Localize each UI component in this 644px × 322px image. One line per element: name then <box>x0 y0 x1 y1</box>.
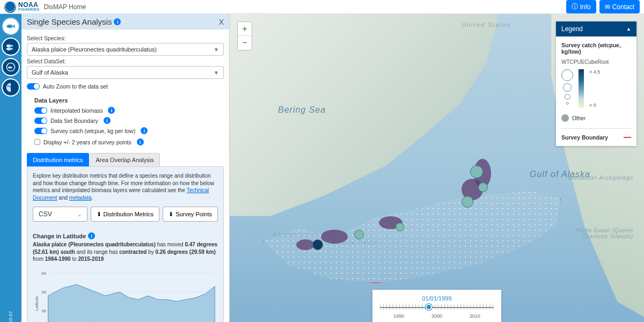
display-pm-checkbox[interactable] <box>34 139 40 145</box>
noaa-logo-icon <box>4 1 16 13</box>
legend-ramp-lo: < 0 <box>589 103 600 108</box>
time-current-date: 01/01/1999 <box>380 295 494 302</box>
legend-subtitle: Survey catch (wtcpue, kg/tow) <box>561 42 631 55</box>
legend-bubble-large <box>561 69 573 81</box>
home-link[interactable]: DisMAP Home <box>44 3 86 11</box>
analysis-rail: Data last modified: 2022-03-07 <box>0 14 21 322</box>
latitude-chart[interactable]: 57585960Latitude 1999 <box>33 267 218 323</box>
legend-bubble-tiny <box>566 102 569 105</box>
catch-bubble <box>462 196 473 208</box>
legend-bubble-small <box>565 94 570 100</box>
legend-boundary: Survey Boundary <box>561 128 631 141</box>
time-slider: 01/01/1999 1990 2000 2010 01/01/1984 ◁ ▷… <box>372 290 501 323</box>
legend: Legend ▲ Survey catch (wtcpue, kg/tow) W… <box>556 21 636 146</box>
info-button[interactable]: ⓘInfo <box>566 0 596 13</box>
layer-survey-toggle[interactable] <box>34 128 47 134</box>
layer-interpolated-toggle[interactable] <box>34 107 47 114</box>
svg-text:58: 58 <box>41 309 46 313</box>
info-icon[interactable]: i <box>88 232 95 239</box>
chart-title: Change in Latitude i <box>33 232 95 239</box>
panel-title: Single Species Analysis <box>27 17 112 26</box>
chevron-down-icon: ▼ <box>214 47 219 53</box>
fish-stack-icon <box>5 41 16 52</box>
autozoom-toggle[interactable] <box>27 83 40 90</box>
species-label: Select Species: <box>27 35 224 41</box>
time-track[interactable] <box>380 304 494 310</box>
metrics-blurb: Explore key distribution metrics that de… <box>33 172 218 201</box>
catch-bubble <box>478 182 488 192</box>
map[interactable]: United States Bering Sea Gulf of Alaska … <box>230 14 644 322</box>
layer-interpolated-label: Interpolated biomass <box>50 107 103 114</box>
info-icon[interactable]: i <box>108 107 115 114</box>
data-layers-title: Data Layers <box>34 97 224 104</box>
info-circle-icon: ⓘ <box>572 2 578 11</box>
download-distribution-button[interactable]: ⬇Distribution Metrics <box>91 207 160 222</box>
time-tick: 1990 <box>393 313 404 319</box>
info-icon[interactable]: i <box>104 117 111 124</box>
zoom-in-button[interactable]: + <box>238 22 252 36</box>
rail-trends[interactable] <box>2 78 20 97</box>
info-icon[interactable]: i <box>141 127 148 134</box>
dataset-label: Select DataSet: <box>27 58 224 64</box>
top-bar: NOAA FISHERIES DisMAP Home ⓘInfo ✉Contac… <box>0 0 644 14</box>
svg-text:Latitude: Latitude <box>34 296 39 310</box>
download-icon: ⬇ <box>97 211 101 218</box>
legend-bubble-med <box>563 83 572 92</box>
wave-half-icon <box>5 82 16 93</box>
data-modified-label: Data last modified: 2022-03-07 <box>8 311 13 322</box>
legend-ramp-hi: > 4.5 <box>589 69 600 75</box>
metadata-link[interactable]: metadata <box>69 195 92 201</box>
layer-boundary-label: Data Set Boundary <box>50 118 98 124</box>
brand[interactable]: NOAA FISHERIES <box>4 1 40 13</box>
info-icon[interactable]: i <box>137 138 144 145</box>
tab-distribution-metrics[interactable]: Distribution metrics <box>27 153 89 166</box>
download-icon: ⬇ <box>169 211 173 218</box>
tabs: Distribution metrics Area Overlap Analys… <box>27 153 224 167</box>
layer-boundary-toggle[interactable] <box>34 118 47 124</box>
info-icon[interactable]: i <box>114 18 121 25</box>
side-panel: Single Species Analysis i X Select Speci… <box>21 14 230 322</box>
panel-header: Single Species Analysis i X <box>21 14 229 30</box>
dataset-value: Gulf of Alaska <box>32 69 68 76</box>
svg-point-0 <box>12 25 13 26</box>
tab-content: Explore key distribution metrics that de… <box>27 167 224 322</box>
chevron-down-icon: ⌄ <box>77 211 82 217</box>
legend-boundary-swatch <box>624 137 631 138</box>
species-value: Alaska plaice (Pleuronectes quadrituberc… <box>32 46 157 53</box>
zoom-out-button[interactable]: − <box>238 36 252 50</box>
catch-bubble <box>396 223 404 231</box>
svg-text:60: 60 <box>41 270 46 275</box>
legend-header[interactable]: Legend ▲ <box>556 21 636 36</box>
globe-fish-icon <box>5 62 16 72</box>
catch-bubble <box>354 230 364 239</box>
tab-area-overlap[interactable]: Area Overlap Analysis <box>90 153 160 166</box>
catch-bubble <box>470 165 483 178</box>
legend-field: WTCPUECubeRoot <box>561 59 631 65</box>
fish-icon <box>5 21 16 32</box>
download-survey-button[interactable]: ⬇Survey Points <box>163 207 218 222</box>
rail-community[interactable] <box>2 58 20 76</box>
envelope-icon: ✉ <box>605 3 610 11</box>
legend-color-ramp <box>579 69 584 108</box>
time-thumb[interactable] <box>426 304 432 310</box>
legend-other-swatch <box>561 114 569 122</box>
brand-bottom: FISHERIES <box>18 8 40 11</box>
layer-survey-label: Survey catch (wtcpue, kg per tow) <box>50 128 135 134</box>
rail-multi-species[interactable] <box>2 38 20 56</box>
rail-single-species[interactable] <box>2 17 20 35</box>
svg-text:59: 59 <box>41 289 46 294</box>
download-format-select[interactable]: CSV ⌄ <box>33 207 87 222</box>
time-tick: 2000 <box>431 313 442 319</box>
survey-boundary-overlay <box>263 189 561 283</box>
species-select[interactable]: Alaska plaice (Pleuronectes quadrituberc… <box>27 43 224 56</box>
autozoom-label: Auto Zoom to the data set <box>43 83 108 90</box>
contact-button[interactable]: ✉Contact <box>599 0 640 13</box>
panel-close-button[interactable]: X <box>219 18 224 26</box>
chevron-down-icon: ▼ <box>214 70 219 76</box>
triangle-up-icon: ▲ <box>626 26 631 32</box>
map-zoom-controls: + − <box>237 21 252 50</box>
chart-description: Alaska plaice (Pleuronectes quadrituberc… <box>33 241 218 263</box>
time-tick: 2010 <box>470 313 480 319</box>
map-landmass <box>230 14 499 216</box>
dataset-select[interactable]: Gulf of Alaska ▼ <box>27 66 224 79</box>
